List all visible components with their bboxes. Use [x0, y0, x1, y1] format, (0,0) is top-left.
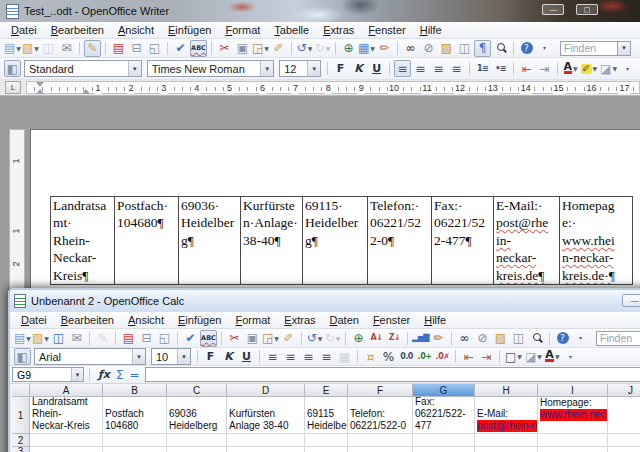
- underline-icon[interactable]: U: [368, 60, 385, 77]
- calc-menu-datei[interactable]: Datei: [14, 313, 54, 327]
- paste-icon-dropdown[interactable]: ▼: [274, 335, 279, 342]
- calc-cell-A2[interactable]: [30, 434, 103, 447]
- calc-menu-extras[interactable]: Extras: [277, 313, 322, 327]
- calc-cell-C3[interactable]: [167, 447, 227, 452]
- writer-table-cell[interactable]: 69036·Heidelberg¶: [179, 197, 241, 284]
- column-header-D[interactable]: D: [227, 384, 305, 397]
- calc-cell-G1[interactable]: Fax:06221/522-477: [413, 397, 475, 434]
- calc-menu-fenster[interactable]: Fenster: [366, 313, 417, 327]
- left-indent-marker[interactable]: [36, 89, 44, 94]
- calc-cell-J1[interactable]: [608, 397, 640, 434]
- cut-icon[interactable]: ✂: [216, 40, 233, 57]
- align-justify-icon[interactable]: ≡: [318, 348, 335, 365]
- writer-table-cell[interactable]: 69115·Heidelberg¶: [303, 197, 368, 284]
- grid-corner-box[interactable]: [12, 384, 30, 397]
- table-icon[interactable]: ▦▼: [358, 40, 375, 57]
- writer-menu-hilfe[interactable]: Hilfe: [413, 23, 449, 37]
- copy-icon[interactable]: ▣: [244, 330, 261, 347]
- chevron-down-icon[interactable]: ▼: [132, 349, 145, 364]
- find-down-icon[interactable]: ⇩: [635, 40, 640, 57]
- zoom-icon[interactable]: [528, 330, 545, 347]
- styles-panel-icon[interactable]: ◧: [14, 348, 31, 365]
- calc-cell-D2[interactable]: [227, 434, 305, 447]
- calc-titlebar[interactable]: Unbenannt 2 - OpenOffice Calc —: [10, 290, 640, 312]
- underline-icon[interactable]: U: [238, 348, 255, 365]
- currency-format-icon[interactable]: ¤: [362, 348, 379, 365]
- calc-cell-F1[interactable]: Telefon:06221/522-0: [348, 397, 413, 434]
- spellcheck-icon[interactable]: ✔: [182, 330, 199, 347]
- increase-indent-icon[interactable]: ⇥: [536, 60, 553, 77]
- email-icon[interactable]: ✉: [68, 330, 85, 347]
- format-paintbrush-icon[interactable]: ✐: [280, 330, 297, 347]
- row-header-1[interactable]: 1: [12, 397, 30, 434]
- writer-menu-ansicht[interactable]: Ansicht: [111, 23, 161, 37]
- maximize-button[interactable]: ▢: [576, 4, 598, 15]
- new-document-icon-dropdown[interactable]: ▼: [26, 335, 31, 342]
- open-icon-dropdown[interactable]: ▼: [44, 335, 49, 342]
- align-justify-icon[interactable]: ≡: [448, 60, 465, 77]
- column-header-H[interactable]: H: [475, 384, 538, 397]
- paragraph-style-combo[interactable]: Standard▼: [24, 60, 142, 77]
- draw-functions-icon[interactable]: ✏: [376, 40, 393, 57]
- calc-cell-B1[interactable]: Postfach104680: [103, 397, 167, 434]
- calc-menu-bearbeiten[interactable]: Bearbeiten: [54, 313, 121, 327]
- draw-functions-icon[interactable]: ✏: [430, 330, 447, 347]
- writer-table-cell[interactable]: E-Mail:·post@rhein-neckar-kreis.de¶: [494, 197, 560, 284]
- writer-menu-datei[interactable]: Datei: [4, 23, 44, 37]
- writer-table[interactable]: Landratsamt·Rhein-Neckar-Kreis¶Postfach·…: [50, 196, 633, 285]
- paste-icon[interactable]: ◲▼: [252, 40, 269, 57]
- autospellcheck-icon[interactable]: ABC: [200, 330, 217, 347]
- calc-cell-G2[interactable]: [413, 434, 475, 447]
- calc-cell-F3[interactable]: [348, 447, 413, 452]
- borders-icon-dropdown[interactable]: ▼: [517, 353, 522, 360]
- data-sources-icon[interactable]: ◫: [456, 40, 473, 57]
- column-header-E[interactable]: E: [305, 384, 348, 397]
- writer-titlebar[interactable]: Test_..odt - OpenOffice Writer — ▢: [0, 0, 640, 22]
- sort-descending-icon[interactable]: Z↓: [386, 330, 403, 347]
- font-color-icon[interactable]: A▼: [544, 348, 561, 365]
- find-input[interactable]: [560, 41, 618, 56]
- align-center-icon[interactable]: ≡: [282, 348, 299, 365]
- right-indent-marker[interactable]: [82, 89, 90, 94]
- new-document-icon[interactable]: ▤▼: [4, 40, 21, 57]
- chevron-down-icon[interactable]: ▼: [128, 61, 141, 76]
- undo-icon[interactable]: ↺▼: [296, 40, 313, 57]
- decrease-indent-icon[interactable]: ⇤: [460, 348, 477, 365]
- bold-icon[interactable]: F: [332, 60, 349, 77]
- column-header-B[interactable]: B: [103, 384, 167, 397]
- calc-cell-I3[interactable]: [538, 447, 608, 452]
- spreadsheet-grid[interactable]: ABCDEFGHIJ1LandratsamtRhein-Neckar-Kreis…: [12, 384, 640, 452]
- hyperlink-icon[interactable]: ⊕: [340, 40, 357, 57]
- toolbar-options-icon[interactable]: ▾: [572, 330, 589, 347]
- undo-icon[interactable]: ↺▼: [306, 330, 323, 347]
- toolbar-options-icon[interactable]: ▾: [619, 60, 636, 77]
- autospellcheck-icon[interactable]: ABC: [190, 40, 207, 57]
- column-header-F[interactable]: F: [348, 384, 413, 397]
- standard-format-icon[interactable]: 0.0: [398, 348, 415, 365]
- data-sources-icon[interactable]: ◫: [510, 330, 527, 347]
- horizontal-ruler[interactable]: L 1234567891011121314151617: [0, 80, 640, 96]
- calc-cell-I1[interactable]: Homepage:www.rhein-nec: [538, 397, 608, 434]
- print-icon[interactable]: ⊟: [128, 40, 145, 57]
- font-color-icon[interactable]: A▼: [562, 60, 579, 77]
- highlighting-icon-dropdown[interactable]: ▼: [593, 65, 598, 72]
- calc-cell-E3[interactable]: [305, 447, 348, 452]
- formula-input[interactable]: [145, 367, 640, 382]
- help-icon[interactable]: ?: [518, 40, 535, 57]
- cut-icon[interactable]: ✂: [226, 330, 243, 347]
- column-header-I[interactable]: I: [538, 384, 608, 397]
- format-paintbrush-icon[interactable]: ✐: [270, 40, 287, 57]
- align-left-icon[interactable]: ≡: [394, 60, 411, 77]
- background-color-icon[interactable]: ◪▼: [599, 60, 618, 77]
- align-left-icon[interactable]: ≡: [264, 348, 281, 365]
- new-document-icon[interactable]: ▤▼: [14, 330, 31, 347]
- print-icon[interactable]: ⊟: [138, 330, 155, 347]
- edit-file-icon[interactable]: ✎: [84, 40, 101, 57]
- delete-decimal-icon[interactable]: .0✗: [434, 348, 451, 365]
- column-header-C[interactable]: C: [167, 384, 227, 397]
- find-replace-icon[interactable]: ∞: [402, 40, 419, 57]
- calc-cell-E2[interactable]: [305, 434, 348, 447]
- align-center-icon[interactable]: ≡: [412, 60, 429, 77]
- save-icon[interactable]: ◫: [50, 330, 67, 347]
- spellcheck-icon[interactable]: ✔: [172, 40, 189, 57]
